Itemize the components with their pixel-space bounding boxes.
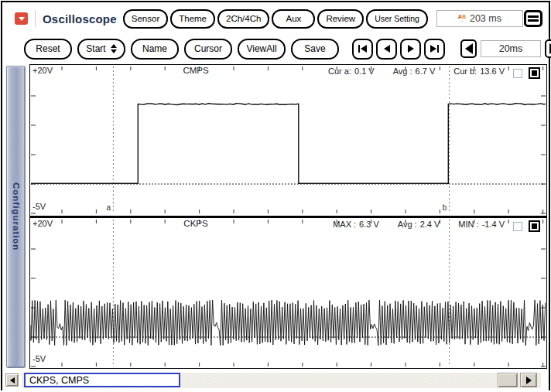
channel-1-waveform — [30, 65, 546, 216]
review-button[interactable]: Review — [317, 9, 364, 29]
sidebar-tab-label: Configuration — [12, 182, 21, 251]
up-down-spinner-icon[interactable] — [111, 44, 117, 53]
oscilloscope-window: Oscilloscope Sensor Theme 2Ch/4Ch Aux Re… — [1, 1, 550, 390]
ab-cursor-time-icon: AB ↔ — [458, 14, 466, 23]
user-setting-button[interactable]: User Setting — [366, 9, 428, 29]
skip-to-start-button[interactable] — [352, 39, 373, 60]
sidebar-tab-configuration[interactable]: Configuration — [6, 66, 26, 368]
timebase-value: 20ms — [481, 40, 541, 57]
arrow-right-icon — [526, 377, 532, 384]
chevron-down-icon — [19, 17, 25, 21]
channel-1-aux-checkbox[interactable] — [513, 69, 522, 78]
timebase-increase-button[interactable] — [545, 39, 551, 58]
channel-2-ymax-label: +20V — [33, 219, 53, 228]
arrow-left-icon — [10, 377, 15, 383]
channel-2-visible-checkbox[interactable] — [529, 220, 540, 232]
channel-1-ymax-label: +20V — [33, 66, 53, 75]
channel-2-plot[interactable]: +20V -5V CKPS MAX :6.3 V Avg :2.4 V MIN … — [29, 216, 547, 369]
cursor-a-label[interactable]: a — [106, 203, 111, 212]
channel-2-name: CKPS — [171, 219, 221, 228]
channel-mode-button[interactable]: 2Ch/4Ch — [217, 9, 269, 29]
arrow-left-icon — [465, 43, 473, 54]
status-bar: CKPS, CMPS — [2, 371, 549, 390]
cursor-button[interactable]: Cursor — [184, 39, 232, 60]
name-button[interactable]: Name — [131, 39, 179, 60]
viewall-button[interactable]: ViewAll — [238, 39, 286, 60]
reset-button[interactable]: Reset — [24, 39, 72, 60]
ab-time-readout: AB ↔ 203 ms — [436, 10, 523, 27]
header-divider — [35, 10, 36, 27]
playback-nav-group — [352, 39, 445, 60]
timebase-decrease-button[interactable] — [460, 39, 477, 58]
channel-1-plot[interactable]: +20V -5V CMPS Cur a:0.1 V Avg :6.7 V Cur… — [29, 64, 547, 216]
channel-1-visible-checkbox[interactable] — [529, 67, 540, 79]
window-list-button[interactable] — [524, 10, 542, 27]
timebase-group: 20ms — [460, 39, 551, 58]
skip-to-end-icon — [430, 45, 436, 53]
app-menu-button[interactable] — [15, 12, 28, 25]
scroll-right-button[interactable] — [520, 373, 537, 387]
step-back-icon — [384, 45, 390, 53]
theme-button[interactable]: Theme — [170, 9, 215, 29]
sensor-button[interactable]: Sensor — [123, 9, 168, 29]
step-forward-icon — [408, 45, 414, 53]
channel-2-stats: MAX :6.3 V Avg :2.4 V MIN :-1.4 V — [333, 220, 505, 229]
title-toolbar: Oscilloscope Sensor Theme 2Ch/4Ch Aux Re… — [2, 2, 549, 35]
control-toolbar: Reset Start Name Cursor ViewAll Save — [2, 35, 549, 63]
skip-to-start-icon — [358, 45, 361, 53]
scroll-left-button[interactable] — [5, 373, 19, 387]
active-channels-label: CKPS, CMPS — [24, 373, 180, 387]
ab-time-value: 203 ms — [470, 13, 501, 24]
channel-1-ymin-label: -5V — [33, 202, 46, 211]
step-forward-button[interactable] — [400, 39, 421, 60]
channel-2-aux-checkbox[interactable] — [513, 222, 522, 231]
aux-button[interactable]: Aux — [272, 9, 315, 29]
step-back-button[interactable] — [376, 39, 397, 60]
scrollbar-thumb[interactable] — [498, 373, 518, 387]
skip-to-end-button[interactable] — [424, 39, 445, 60]
channel-2-ymin-label: -5V — [33, 354, 46, 363]
channel-1-stats: Cur a:0.1 V Avg :6.7 V Cur b:13.6 V — [328, 66, 505, 76]
app-title: Oscilloscope — [43, 12, 117, 26]
channel-1-name: CMPS — [171, 66, 221, 75]
channel-2-waveform — [30, 218, 546, 368]
menu-bars-icon — [528, 15, 539, 18]
start-button[interactable]: Start — [77, 39, 125, 60]
horizontal-scrollbar[interactable]: CKPS, CMPS — [22, 373, 541, 388]
save-button[interactable]: Save — [291, 39, 339, 60]
cursor-b-label[interactable]: b — [443, 203, 447, 212]
